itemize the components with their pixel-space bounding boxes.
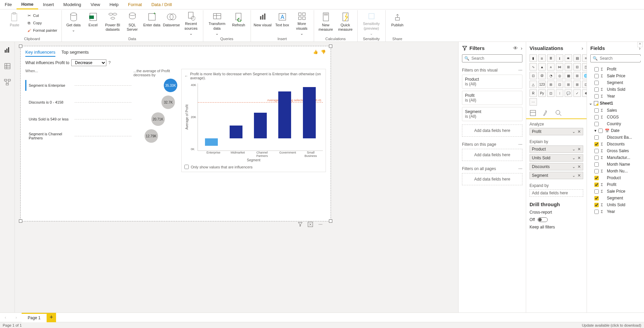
field-checkbox[interactable]: [594, 108, 599, 113]
chevron-down-icon[interactable]: ⌄: [572, 164, 575, 169]
sql-server-button[interactable]: SQL Server: [123, 10, 141, 36]
field-item[interactable]: ΣSale Price: [587, 188, 644, 195]
viz-type-icon[interactable]: ⋯: [530, 98, 537, 106]
collapse-icon[interactable]: ›: [582, 45, 583, 51]
field-checkbox[interactable]: [594, 94, 599, 99]
field-checkbox[interactable]: [594, 196, 599, 200]
fields-search-input[interactable]: [600, 56, 644, 61]
text-box-button[interactable]: AText box: [273, 10, 291, 36]
ki-tab-key-influencers[interactable]: Key influencers: [25, 50, 55, 57]
more-icon[interactable]: ⋯: [518, 68, 522, 73]
field-checkbox[interactable]: [594, 135, 599, 140]
resize-handle[interactable]: [329, 45, 332, 48]
new-measure-button[interactable]: New measure: [317, 10, 335, 36]
tab-help[interactable]: Help: [105, 0, 123, 9]
field-item[interactable]: ΣProfit: [587, 181, 644, 188]
update-available[interactable]: Update available (click to download): [582, 323, 641, 327]
viz-type-icon[interactable]: 💬: [565, 89, 572, 97]
viz-type-icon[interactable]: ▤: [573, 54, 581, 62]
field-checkbox[interactable]: [594, 156, 599, 160]
add-page-filter[interactable]: Add data fields here: [462, 149, 522, 161]
viz-type-icon[interactable]: ⊞: [565, 63, 572, 71]
viz-type-icon[interactable]: ⊡: [556, 81, 563, 88]
field-item[interactable]: ΣCOGS: [587, 114, 644, 120]
more-options-icon[interactable]: ⋯: [317, 221, 324, 227]
add-all-filter[interactable]: Add data fields here: [462, 173, 522, 185]
ki-direction-select[interactable]: Decrease: [71, 59, 106, 66]
viz-type-icon[interactable]: ⊡: [547, 89, 555, 97]
remove-icon[interactable]: ✕: [577, 173, 581, 178]
field-item[interactable]: ΣUnits Sold: [587, 201, 644, 208]
recent-sources-button[interactable]: Recent sources⌄: [182, 10, 200, 36]
add-page-button[interactable]: +: [47, 313, 56, 322]
field-item[interactable]: Discount Ba...: [587, 134, 644, 141]
filter-icon[interactable]: [297, 221, 303, 227]
eye-icon[interactable]: 👁: [513, 45, 518, 51]
viz-type-icon[interactable]: ◎: [556, 72, 563, 79]
viz-type-icon[interactable]: R: [530, 89, 537, 97]
cross-report-toggle[interactable]: [538, 217, 548, 222]
field-checkbox[interactable]: [594, 122, 599, 126]
remove-icon[interactable]: ✕: [577, 129, 581, 134]
thumbs-up-icon[interactable]: 👍: [313, 50, 318, 54]
tab-modeling[interactable]: Modeling: [59, 0, 86, 9]
report-canvas[interactable]: Key influencers Top segments 👍 👎 What in…: [15, 42, 458, 312]
ki-influencer-row[interactable]: Segment is Enterprise35.33K: [25, 77, 177, 94]
publish-button[interactable]: Publish: [388, 10, 407, 36]
new-visual-button[interactable]: New visual: [254, 10, 272, 36]
resize-handle[interactable]: [19, 219, 22, 223]
collapse-ribbon-button[interactable]: ^: [637, 42, 643, 47]
transform-data-button[interactable]: Transform data⌄: [206, 10, 228, 36]
field-item[interactable]: Segment: [587, 79, 644, 86]
resize-handle[interactable]: [329, 219, 332, 223]
field-item[interactable]: ▾📅Date: [587, 127, 644, 134]
copy-button[interactable]: ⧉Copy: [25, 20, 59, 26]
field-checkbox[interactable]: [594, 169, 599, 173]
field-checkbox[interactable]: [598, 129, 603, 133]
page-prev-button[interactable]: ‹: [1, 313, 9, 322]
viz-type-icon[interactable]: ⊟: [573, 63, 581, 71]
field-item[interactable]: Product: [587, 174, 644, 181]
cut-button[interactable]: ✂Cut: [25, 12, 59, 19]
fields-tab-icon[interactable]: [530, 110, 537, 117]
get-data-button[interactable]: Get data⌄: [65, 10, 83, 36]
more-visuals-button[interactable]: More visuals⌄: [293, 10, 311, 36]
focus-mode-icon[interactable]: [307, 221, 313, 227]
viz-type-icon[interactable]: Py: [538, 89, 546, 97]
field-well-item[interactable]: Segment⌄✕: [530, 172, 583, 179]
format-painter-button[interactable]: 🖌Format painter: [25, 27, 59, 34]
field-well-item[interactable]: Discounts⌄✕: [530, 163, 583, 170]
back-arrow-icon[interactable]: ←: [184, 74, 188, 78]
chevron-down-icon[interactable]: ⌄: [572, 173, 575, 178]
chevron-down-icon[interactable]: ⌄: [572, 156, 575, 160]
field-item[interactable]: Country: [587, 120, 644, 127]
remove-icon[interactable]: ✕: [577, 156, 581, 160]
remove-icon[interactable]: ✕: [577, 164, 581, 169]
report-view-button[interactable]: [2, 45, 13, 55]
field-checkbox[interactable]: [594, 162, 599, 167]
more-icon[interactable]: ⋯: [518, 166, 522, 171]
tab-data-drill[interactable]: Data / Drill: [147, 0, 177, 9]
add-expand-field[interactable]: Add data fields here: [530, 189, 583, 197]
filter-card[interactable]: Profitis (All): [462, 91, 522, 105]
viz-type-icon[interactable]: ≣: [547, 54, 555, 62]
tab-format[interactable]: Format: [123, 0, 147, 9]
field-item[interactable]: ΣManufactur...: [587, 154, 644, 161]
fields-search[interactable]: 🔍: [590, 54, 641, 62]
field-item[interactable]: ΣDiscounts: [587, 141, 644, 147]
paste-button[interactable]: Paste: [5, 10, 24, 36]
field-checkbox[interactable]: [594, 203, 599, 207]
model-view-button[interactable]: [2, 77, 13, 88]
viz-type-icon[interactable]: ⩀: [547, 63, 555, 71]
tab-file[interactable]: File: [0, 0, 17, 9]
field-checkbox[interactable]: [594, 189, 599, 194]
viz-type-icon[interactable]: ⫼: [538, 54, 546, 62]
viz-type-icon[interactable]: ▲: [538, 63, 546, 71]
field-item[interactable]: Month Name: [587, 161, 644, 168]
key-influencers-visual[interactable]: Key influencers Top segments 👍 👎 What in…: [20, 46, 331, 221]
field-checkbox[interactable]: [594, 176, 599, 180]
viz-type-icon[interactable]: ∿: [530, 63, 537, 71]
only-influencers-checkbox[interactable]: [184, 165, 189, 169]
field-checkbox[interactable]: [594, 115, 599, 119]
enter-data-button[interactable]: +Enter data: [143, 10, 161, 36]
